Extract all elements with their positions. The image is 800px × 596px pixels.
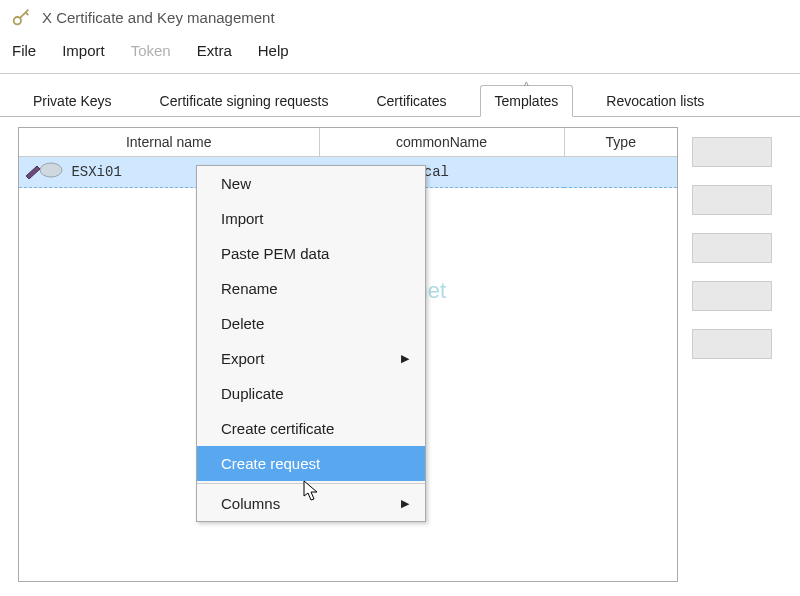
side-button-3[interactable]: [692, 233, 772, 263]
cell-type: [564, 157, 677, 188]
side-button-5[interactable]: [692, 329, 772, 359]
right-button-column: [678, 127, 768, 582]
menu-file[interactable]: File: [12, 42, 36, 59]
side-button-2[interactable]: [692, 185, 772, 215]
tab-revocation[interactable]: Revocation lists: [591, 85, 719, 117]
menu-extra[interactable]: Extra: [197, 42, 232, 59]
col-type[interactable]: Type: [564, 128, 677, 157]
cm-import[interactable]: Import: [197, 201, 425, 236]
menu-import[interactable]: Import: [62, 42, 105, 59]
tab-bar: Private Keys Certificate signing request…: [0, 74, 800, 117]
cm-delete[interactable]: Delete: [197, 306, 425, 341]
cm-duplicate[interactable]: Duplicate: [197, 376, 425, 411]
cell-internal-name: ESXi01: [71, 164, 121, 180]
cm-new[interactable]: New: [197, 166, 425, 201]
tab-csr[interactable]: Certificate signing requests: [145, 85, 344, 117]
cm-paste-pem[interactable]: Paste PEM data: [197, 236, 425, 271]
tab-certificates[interactable]: Certificates: [361, 85, 461, 117]
tab-templates-label: Templates: [495, 93, 559, 109]
cm-columns[interactable]: Columns▶: [197, 486, 425, 521]
cm-export[interactable]: Export▶: [197, 341, 425, 376]
submenu-arrow-icon: ▶: [401, 497, 409, 510]
side-button-4[interactable]: [692, 281, 772, 311]
key-icon: [10, 6, 32, 28]
menu-help[interactable]: Help: [258, 42, 289, 59]
side-button-1[interactable]: [692, 137, 772, 167]
tab-sort-indicator-icon: ^: [524, 81, 529, 92]
submenu-arrow-icon: ▶: [401, 352, 409, 365]
menu-token: Token: [131, 42, 171, 59]
cm-separator: [197, 483, 425, 484]
window-title: X Certificate and Key management: [42, 9, 275, 26]
col-internal-name[interactable]: Internal name: [19, 128, 319, 157]
cm-rename[interactable]: Rename: [197, 271, 425, 306]
svg-point-0: [14, 17, 21, 24]
svg-point-3: [40, 163, 62, 177]
titlebar: X Certificate and Key management: [0, 0, 800, 34]
svg-line-2: [26, 12, 29, 15]
template-icon: [23, 161, 63, 183]
context-menu: New Import Paste PEM data Rename Delete …: [196, 165, 426, 522]
menubar: File Import Token Extra Help: [0, 34, 800, 73]
cm-create-certificate[interactable]: Create certificate: [197, 411, 425, 446]
col-common-name[interactable]: commonName: [319, 128, 564, 157]
tab-templates[interactable]: ^ Templates: [480, 85, 574, 117]
tab-private-keys[interactable]: Private Keys: [18, 85, 127, 117]
cm-create-request[interactable]: Create request: [197, 446, 425, 481]
